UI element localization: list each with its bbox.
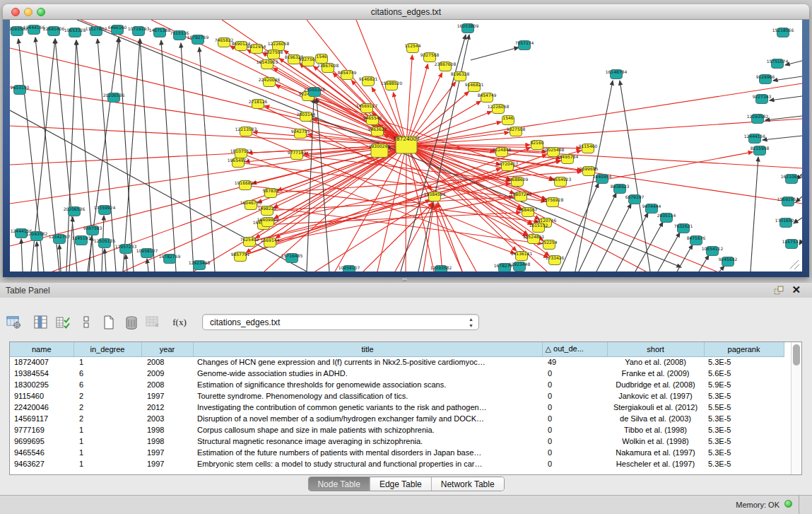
tab-node-table[interactable]: Node Table [308,477,370,491]
network-node[interactable]: 17957233 [115,244,137,254]
network-node[interactable]: 6679197 [625,194,645,204]
table-row[interactable]: 1830029562008Estimation of significance … [10,379,784,390]
float-window-icon[interactable] [774,286,784,296]
network-node[interactable]: 12923448 [189,260,211,270]
network-node[interactable]: 10653328 [64,28,86,37]
network-node[interactable]: 1733426 [546,255,565,265]
column-header-short[interactable]: short [607,342,704,356]
row-height-icon[interactable] [76,313,96,332]
network-node[interactable]: 9777169 [288,150,307,160]
network-node[interactable]: 8471676 [687,235,706,245]
network-node[interactable]: 19166825 [235,180,257,190]
network-canvas[interactable]: 1872400718300295746582286901248912954122… [10,20,802,271]
network-node[interactable]: 12093582 [26,231,48,241]
function-icon[interactable]: f(x) [170,313,189,332]
table-row[interactable]: 946362711997Embryonic stem cells: a mode… [10,458,784,469]
network-node[interactable]: 2603150 [11,85,30,95]
network-node[interactable]: 1546 [502,115,514,125]
column-header-in_degree[interactable]: in_degree [73,342,141,356]
network-node[interactable]: 11527802 [86,26,107,36]
network-node[interactable]: 22691406 [43,26,65,36]
network-node[interactable]: 16210643 [781,174,802,184]
network-window-titlebar[interactable]: citations_edges.txt [3,4,809,20]
panel-divider-handle[interactable] [402,279,407,281]
column-header-pagerank[interactable]: pagerank [704,342,784,356]
network-node[interactable]: 16053809 [457,23,479,33]
network-node[interactable]: 7557274 [515,40,534,50]
network-node[interactable]: 9146821 [359,76,378,86]
network-node[interactable]: 18724007 [393,136,420,154]
table-scrollbar-thumb[interactable] [793,344,800,366]
network-node[interactable]: 9465546 [363,115,382,125]
network-node[interactable]: 8454749 [478,93,497,103]
network-node[interactable]: 15692951 [777,197,799,206]
network-node[interactable]: 1167533 [782,239,801,249]
network-node[interactable]: 10719193 [128,26,150,36]
new-document-icon[interactable] [99,313,119,332]
network-node[interactable]: 12444156 [744,134,766,144]
table-checks-icon[interactable] [54,313,73,332]
column-header-name[interactable]: name [10,342,73,356]
network-node[interactable]: 9327508 [264,49,283,59]
network-node[interactable]: 9097583 [83,226,102,235]
network-node[interactable]: 7632621 [674,223,693,233]
network-node[interactable]: 6466160 [108,25,127,35]
network-node[interactable]: 2935114 [657,213,676,223]
network-node[interactable]: 15751074 [767,59,789,69]
tab-network-table[interactable]: Network Table [432,477,504,491]
network-node[interactable]: 8938923 [611,184,630,194]
network-node[interactable]: 8215958 [751,146,770,156]
column-header-title[interactable]: title [193,342,542,356]
table-settings-icon[interactable] [4,313,24,332]
trash-icon[interactable] [122,313,141,332]
network-node[interactable]: 10756928 [542,197,564,207]
network-node[interactable]: 10958107 [339,265,360,271]
network-node[interactable]: 1498222 [258,206,277,216]
network-node[interactable]: 9327508 [507,127,526,136]
network-node[interactable]: 12444156 [23,25,45,35]
network-node[interactable]: 1640954 [593,174,612,184]
network-node[interactable]: 8912954 [247,44,266,54]
network-node[interactable]: 20206536 [64,206,86,216]
network-node[interactable]: 587833 [263,188,279,198]
table-row[interactable]: 2242004622012Investigating the contribut… [10,402,784,413]
close-panel-icon[interactable]: ✕ [792,284,801,296]
network-node[interactable]: 12505135 [94,238,116,248]
table-row[interactable]: 946554611997Estimation of the future num… [10,447,784,458]
network-node[interactable]: 9857791 [231,252,250,262]
network-node[interactable]: 23867608 [317,63,339,73]
table-row[interactable]: 1938455462009Genome-wide association stu… [10,368,784,379]
network-node[interactable]: 9474444 [642,204,661,214]
network-node[interactable]: 7625402 [240,237,259,247]
network-node[interactable]: 9129966 [756,74,775,84]
network-node[interactable]: 1615152 [529,223,548,233]
network-node[interactable]: 9227343 [753,94,772,104]
table-row[interactable]: 969969511998Structural magnetic resonanc… [10,436,784,447]
network-node[interactable]: 10688609 [507,177,529,187]
table-column-icon[interactable] [31,313,51,332]
network-node[interactable]: 19654923 [550,177,572,187]
column-header-year[interactable]: year [141,342,193,356]
network-node[interactable]: 7465822 [215,37,234,47]
network-node[interactable]: 19495784 [557,154,579,164]
network-node[interactable]: 252254 [541,240,558,250]
network-node[interactable]: 112544 [405,43,421,53]
network-node[interactable]: 9115460 [579,144,598,153]
network-node[interactable]: 7515536 [170,30,189,40]
table-row[interactable]: 1456911722003Disruption of a novel membe… [10,413,784,424]
table-select-dropdown[interactable]: citations_edges.txt ▲▼ [202,314,479,330]
table-row[interactable]: 1872400712008Changes of HCN gene express… [10,356,784,368]
network-node[interactable]: 9327568 [420,52,440,62]
network-node[interactable]: 23867608 [435,62,457,71]
network-node[interactable]: 1669144 [261,238,280,247]
network-node[interactable]: 10654112 [702,246,724,256]
network-node[interactable]: 9224848 [493,147,512,157]
network-view[interactable]: 1872400718300295746582286901248912954122… [10,20,802,271]
network-node[interactable]: 17016504 [775,218,797,228]
network-node[interactable]: 16782759 [187,35,209,45]
network-node[interactable]: 15720407 [497,161,519,171]
network-node[interactable]: 18300295 [369,144,391,158]
network-node[interactable]: 19384554 [424,192,446,201]
network-node[interactable]: 16782759 [159,254,181,264]
network-node[interactable]: 9245652 [719,257,738,267]
